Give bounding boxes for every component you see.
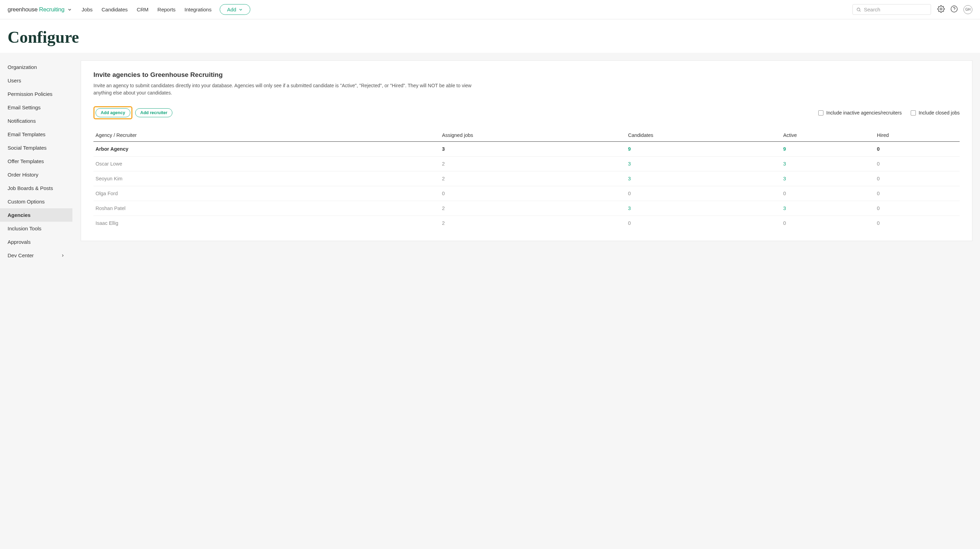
sidebar-item-permission-policies[interactable]: Permission Policies xyxy=(0,87,72,101)
col-agency-recruiter: Agency / Recruiter xyxy=(94,129,440,142)
include-closed-label: Include closed jobs xyxy=(919,110,960,116)
cell-hired: 0 xyxy=(875,142,960,157)
cell-assigned: 2 xyxy=(440,157,626,171)
sidebar-item-inclusion-tools[interactable]: Inclusion Tools xyxy=(0,222,72,235)
include-inactive-label: Include inactive agencies/recruiters xyxy=(826,110,902,116)
add-recruiter-button[interactable]: Add recruiter xyxy=(135,108,173,117)
highlight-add-agency: Add agency xyxy=(94,106,132,119)
table-row[interactable]: Roshan Patel2330 xyxy=(94,201,960,216)
sidebar-item-users[interactable]: Users xyxy=(0,74,72,87)
sidebar-item-job-boards-posts[interactable]: Job Boards & Posts xyxy=(0,181,72,195)
cell-candidates: 3 xyxy=(626,171,781,186)
include-closed-checkbox[interactable]: Include closed jobs xyxy=(911,110,960,116)
cell-hired: 0 xyxy=(875,186,960,201)
sidebar-item-custom-options[interactable]: Custom Options xyxy=(0,195,72,208)
cell-active: 3 xyxy=(781,157,875,171)
col-hired: Hired xyxy=(875,129,960,142)
cell-active: 3 xyxy=(781,201,875,216)
cell-candidates: 9 xyxy=(626,142,781,157)
panel-description: Invite an agency to submit candidates di… xyxy=(94,82,490,97)
cell-name: Roshan Patel xyxy=(94,201,440,216)
logo-right: Recruiting xyxy=(39,6,64,13)
search-icon xyxy=(856,7,861,13)
cell-assigned: 2 xyxy=(440,201,626,216)
checkbox-icon xyxy=(818,110,823,116)
cell-candidates: 3 xyxy=(626,201,781,216)
cell-hired: 0 xyxy=(875,157,960,171)
cell-assigned: 0 xyxy=(440,186,626,201)
cell-candidates: 0 xyxy=(626,186,781,201)
col-assigned-jobs: Assigned jobs xyxy=(440,129,626,142)
settings-button[interactable] xyxy=(937,5,945,14)
panel-title: Invite agencies to Greenhouse Recruiting xyxy=(94,71,960,79)
sidebar-item-email-templates[interactable]: Email Templates xyxy=(0,127,72,141)
avatar[interactable]: GH xyxy=(963,5,972,14)
logo-dropdown[interactable]: greenhouse Recruiting xyxy=(8,6,72,13)
cell-candidates: 0 xyxy=(626,216,781,231)
sidebar-item-organization[interactable]: Organization xyxy=(0,60,72,74)
cell-name: Oscar Lowe xyxy=(94,157,440,171)
chevron-down-icon xyxy=(238,7,243,12)
cell-hired: 0 xyxy=(875,171,960,186)
nav-reports[interactable]: Reports xyxy=(156,5,177,14)
help-button[interactable] xyxy=(950,5,958,14)
cell-active: 0 xyxy=(781,186,875,201)
agencies-panel: Invite agencies to Greenhouse Recruiting… xyxy=(81,60,972,241)
gear-icon xyxy=(937,5,945,13)
cell-active: 3 xyxy=(781,171,875,186)
svg-line-1 xyxy=(860,10,861,11)
add-agency-button[interactable]: Add agency xyxy=(95,108,130,117)
sidebar-item-notifications[interactable]: Notifications xyxy=(0,114,72,127)
svg-point-2 xyxy=(940,8,942,10)
page-title: Configure xyxy=(0,19,980,53)
col-active: Active xyxy=(781,129,875,142)
cell-active: 9 xyxy=(781,142,875,157)
agencies-table: Agency / Recruiter Assigned jobs Candida… xyxy=(94,129,960,230)
table-row[interactable]: Oscar Lowe2330 xyxy=(94,157,960,171)
cell-assigned: 3 xyxy=(440,142,626,157)
cell-name: Olga Ford xyxy=(94,186,440,201)
checkbox-icon xyxy=(911,110,916,116)
table-row[interactable]: Olga Ford0000 xyxy=(94,186,960,201)
help-icon xyxy=(950,5,958,13)
nav-links: Jobs Candidates CRM Reports Integrations xyxy=(80,5,213,14)
chevron-down-icon xyxy=(67,7,72,12)
cell-assigned: 2 xyxy=(440,171,626,186)
search-box[interactable] xyxy=(853,4,931,15)
sidebar: Organization Users Permission Policies E… xyxy=(0,60,72,262)
nav-candidates[interactable]: Candidates xyxy=(100,5,129,14)
sidebar-item-dev-center[interactable]: Dev Center xyxy=(0,249,72,262)
logo-left: greenhouse xyxy=(8,6,38,13)
cell-assigned: 2 xyxy=(440,216,626,231)
table-row[interactable]: Seoyun Kim2330 xyxy=(94,171,960,186)
cell-name: Isaac Ellig xyxy=(94,216,440,231)
nav-jobs[interactable]: Jobs xyxy=(80,5,94,14)
search-input[interactable] xyxy=(864,6,927,13)
col-candidates: Candidates xyxy=(626,129,781,142)
sidebar-item-approvals[interactable]: Approvals xyxy=(0,235,72,249)
sidebar-item-social-templates[interactable]: Social Templates xyxy=(0,141,72,154)
svg-point-3 xyxy=(951,6,957,12)
svg-point-0 xyxy=(857,8,860,11)
nav-crm[interactable]: CRM xyxy=(135,5,150,14)
cell-name: Seoyun Kim xyxy=(94,171,440,186)
sidebar-item-offer-templates[interactable]: Offer Templates xyxy=(0,154,72,168)
cell-name: Arbor Agency xyxy=(94,142,440,157)
actions-row: Add agency Add recruiter Include inactiv… xyxy=(94,106,960,119)
include-inactive-checkbox[interactable]: Include inactive agencies/recruiters xyxy=(818,110,902,116)
cell-candidates: 3 xyxy=(626,157,781,171)
cell-hired: 0 xyxy=(875,216,960,231)
table-row[interactable]: Isaac Ellig2000 xyxy=(94,216,960,231)
top-nav: greenhouse Recruiting Jobs Candidates CR… xyxy=(0,0,980,19)
cell-active: 0 xyxy=(781,216,875,231)
add-button[interactable]: Add xyxy=(220,4,250,15)
cell-hired: 0 xyxy=(875,201,960,216)
sidebar-item-email-settings[interactable]: Email Settings xyxy=(0,101,72,114)
nav-integrations[interactable]: Integrations xyxy=(183,5,213,14)
table-row[interactable]: Arbor Agency3990 xyxy=(94,142,960,157)
sidebar-item-order-history[interactable]: Order History xyxy=(0,168,72,181)
add-button-label: Add xyxy=(227,6,236,13)
sidebar-item-agencies[interactable]: Agencies xyxy=(0,208,72,222)
chevron-right-icon xyxy=(61,253,65,258)
